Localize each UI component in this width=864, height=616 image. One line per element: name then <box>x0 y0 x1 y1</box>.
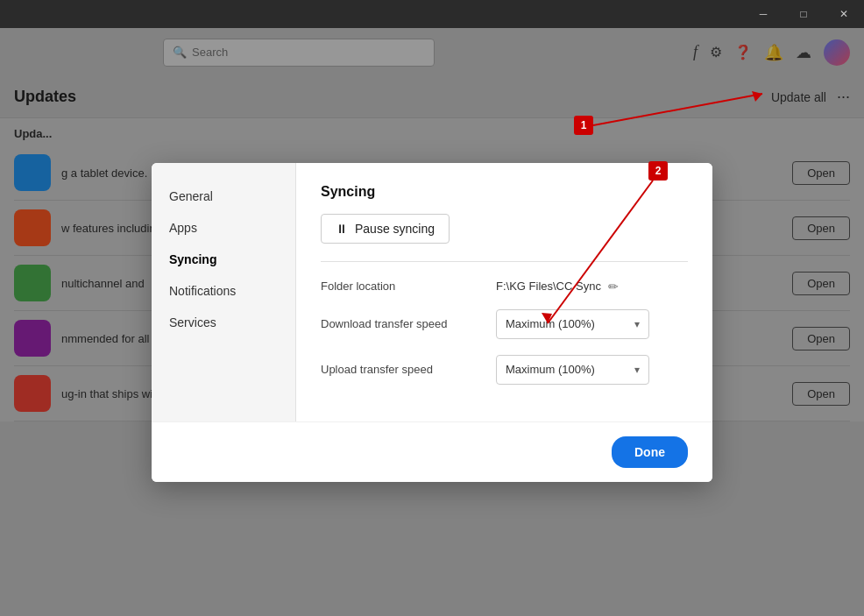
dialog-sidebar: General Apps Syncing Notifications Servi… <box>152 163 296 421</box>
section-title: Syncing <box>321 184 688 200</box>
close-button[interactable]: ✕ <box>824 0 864 28</box>
chevron-down-icon: ▾ <box>634 318 640 330</box>
pause-label: Pause syncing <box>355 222 435 236</box>
upload-speed-value: Maximum (100%) <box>506 363 595 376</box>
app-area: 🔍 f ⚙ ❓ 🔔 ☁ Updates Update all ··· Upda.… <box>0 28 864 616</box>
sidebar-item-syncing[interactable]: Syncing <box>152 244 295 275</box>
pause-icon: ⏸ <box>336 222 348 236</box>
sidebar-item-apps[interactable]: Apps <box>152 212 295 244</box>
upload-speed-dropdown[interactable]: Maximum (100%) ▾ <box>496 355 649 385</box>
download-speed-dropdown[interactable]: Maximum (100%) ▾ <box>496 309 649 339</box>
divider <box>321 261 688 262</box>
download-speed-value: Maximum (100%) <box>506 317 595 330</box>
titlebar: ─ □ ✕ <box>0 0 864 28</box>
upload-speed-row: Upload transfer speed Maximum (100%) ▾ <box>321 355 688 385</box>
download-speed-row: Download transfer speed Maximum (100%) ▾ <box>321 309 688 339</box>
folder-location-row: Folder location F:\KG Files\CC Sync ✏ <box>321 280 688 294</box>
maximize-button[interactable]: □ <box>783 0 824 28</box>
folder-location-label: Folder location <box>321 280 496 293</box>
settings-dialog: General Apps Syncing Notifications Servi… <box>152 163 712 482</box>
chevron-down-icon: ▾ <box>634 364 640 376</box>
edit-icon[interactable]: ✏ <box>608 280 619 294</box>
dialog-footer: Done <box>152 421 712 482</box>
dialog-content: Syncing ⏸ Pause syncing Folder location … <box>296 163 712 421</box>
sidebar-item-general[interactable]: General <box>152 181 295 212</box>
folder-location-value: F:\KG Files\CC Sync ✏ <box>496 280 619 294</box>
sidebar-item-services[interactable]: Services <box>152 307 295 338</box>
pause-syncing-button[interactable]: ⏸ Pause syncing <box>321 214 450 244</box>
dialog-overlay: General Apps Syncing Notifications Servi… <box>0 28 864 616</box>
sidebar-item-notifications[interactable]: Notifications <box>152 275 295 307</box>
dialog-body: General Apps Syncing Notifications Servi… <box>152 163 712 421</box>
upload-speed-label: Upload transfer speed <box>321 363 496 376</box>
done-button[interactable]: Done <box>612 436 688 468</box>
minimize-button[interactable]: ─ <box>743 0 783 28</box>
download-speed-label: Download transfer speed <box>321 317 496 330</box>
